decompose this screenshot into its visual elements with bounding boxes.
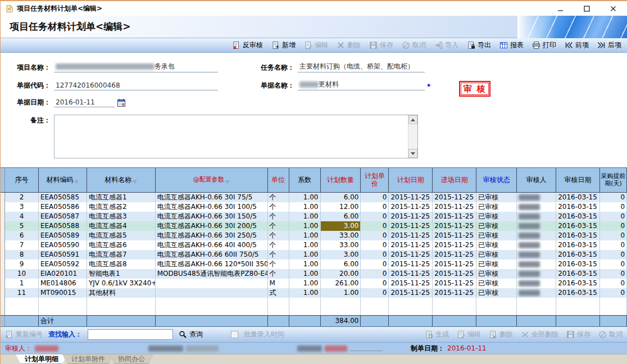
cell-audit_date[interactable]: 2016-03-15 xyxy=(556,260,600,269)
cell-seq[interactable]: 5 xyxy=(5,221,39,231)
row-indicator[interactable] xyxy=(1,316,5,326)
col-header-coef[interactable]: 系数 xyxy=(289,168,321,192)
cell-name[interactable]: 电流互感器7 xyxy=(87,250,156,260)
col-header-name[interactable]: 材料名称 xyxy=(87,168,156,192)
cell-lead[interactable]: 0 xyxy=(600,193,627,202)
table-row[interactable]: 5EEA050588电流互感器4电流互感器AKH-0.66 30I 200/5个… xyxy=(1,221,627,231)
cell-audit_date[interactable]: 2016-03-15 xyxy=(556,193,600,202)
cell-code[interactable]: EEA050586 xyxy=(39,202,87,212)
cell-price[interactable]: 0 xyxy=(361,231,389,240)
cell-seq[interactable]: 6 xyxy=(5,231,39,240)
cell-spec[interactable]: 电流互感器AKH-0.66 30I 200/5 xyxy=(156,221,268,231)
cell-qty[interactable]: 6.00 xyxy=(321,212,361,221)
cell-enter_date[interactable]: 2015-11-25 xyxy=(433,240,476,250)
cell-code[interactable]: EEA050585 xyxy=(39,193,87,202)
cell-enter_date[interactable]: 2015-11-25 xyxy=(433,202,476,212)
cell-unit[interactable]: 个 xyxy=(268,202,289,212)
project-name-field[interactable]: 务承包 xyxy=(54,62,218,72)
cell-status[interactable]: 已审核 xyxy=(476,193,517,202)
cell-name[interactable]: 电流互感器4 xyxy=(87,221,156,231)
row-indicator[interactable] xyxy=(1,250,5,260)
cell-name[interactable]: 电流互感器2 xyxy=(87,202,156,212)
cell-price[interactable]: 0 xyxy=(361,240,389,250)
cell-unit[interactable]: 个 xyxy=(268,193,289,202)
cell-seq[interactable]: 10 xyxy=(5,269,39,279)
table-row[interactable]: 10EIA020101智能电表1MODBUS485通讯智能电表PZ80-E4/C… xyxy=(1,269,627,279)
cell-lead[interactable]: 0 xyxy=(600,260,627,269)
cell-status[interactable]: 已审核 xyxy=(476,288,517,298)
cell-spec[interactable]: 电流互感器AKH-0.66 60II 750/5 xyxy=(156,250,268,260)
cell-seq[interactable]: 3 xyxy=(5,202,39,212)
col-header-unit[interactable]: 单位 xyxy=(268,168,289,192)
col-header-plan_date[interactable]: 计划日期 xyxy=(389,168,433,192)
cell-status[interactable]: 已审核 xyxy=(476,212,517,221)
row-indicator[interactable] xyxy=(1,279,5,288)
report-button[interactable]: 报表 xyxy=(499,40,524,50)
cell-coef[interactable]: 1.00 xyxy=(289,202,321,212)
cell-plan_date[interactable]: 2015-11-25 xyxy=(389,288,433,298)
cell-qty[interactable]: 12.00 xyxy=(321,202,361,212)
table-row[interactable]: 4EEA050587电流互感器3电流互感器AKH-0.66 30I 150/5个… xyxy=(1,212,627,221)
cell-spec[interactable] xyxy=(156,279,268,288)
cell-name[interactable]: 电流互感器5 xyxy=(87,231,156,240)
cell-spec[interactable] xyxy=(156,288,268,298)
cell-plan_date[interactable]: 2015-11-25 xyxy=(389,193,433,202)
cell-audit_date[interactable]: 2016-03-15 xyxy=(556,279,600,288)
cell-unit[interactable]: 个 xyxy=(268,240,289,250)
cell-lead[interactable]: 0 xyxy=(600,212,627,221)
table-row[interactable]: 2EEA050585电流互感器1电流互感器AKH-0.66 30I 75/5个1… xyxy=(1,193,627,202)
cell-qty[interactable]: 3.00 xyxy=(321,221,361,231)
task-name-field[interactable]: 主要材料订购（电缆、桥架、配电柜） xyxy=(298,62,425,72)
cell-unit[interactable]: 个 xyxy=(268,231,289,240)
cell-lead[interactable]: 0 xyxy=(600,221,627,231)
cell-code[interactable]: EEA050588 xyxy=(39,221,87,231)
cell-qty[interactable]: 1.00 xyxy=(321,288,361,298)
calendar-picker-icon[interactable] xyxy=(117,98,126,107)
query-button[interactable]: 查询 xyxy=(179,330,203,339)
cell-unit[interactable]: 个 xyxy=(268,269,289,279)
filter-icon[interactable] xyxy=(133,180,137,186)
cell-price[interactable]: 0 xyxy=(361,193,389,202)
export-button[interactable]: 导出 xyxy=(467,40,491,50)
row-indicator[interactable] xyxy=(1,269,5,279)
cell-lead[interactable]: 0 xyxy=(600,231,627,240)
col-header-qty[interactable]: 计划数量 xyxy=(321,168,361,192)
cell-spec[interactable]: 电流互感器AKH-0.66 120*50II 3500/5 xyxy=(156,260,268,269)
cell-seq[interactable]: 7 xyxy=(5,240,39,250)
cell-seq[interactable]: 11 xyxy=(5,288,39,298)
row-indicator[interactable] xyxy=(1,240,5,250)
cell-qty[interactable]: 261.00 xyxy=(321,279,361,288)
cell-name[interactable]: YJV 0.6/1kV 3X240+2X1 xyxy=(87,279,156,288)
cell-coef[interactable]: 1.00 xyxy=(289,212,321,221)
table-row[interactable]: 1ME014806YJV 0.6/1kV 3X240+2X1M1.00261.0… xyxy=(1,279,627,288)
minimize-button[interactable] xyxy=(557,5,564,12)
cell-coef[interactable]: 1.00 xyxy=(289,240,321,250)
cell-audit_date[interactable]: 2016-03-15 xyxy=(556,288,600,298)
row-indicator[interactable] xyxy=(1,202,5,212)
cell-lead[interactable]: 0 xyxy=(600,202,627,212)
cell-auditor[interactable] xyxy=(517,221,556,231)
cell-spec[interactable]: 电流互感器AKH-0.66 30I 75/5 xyxy=(156,193,268,202)
cell-auditor[interactable] xyxy=(517,202,556,212)
cell-code[interactable]: EEA050590 xyxy=(39,240,87,250)
filter-icon[interactable] xyxy=(74,180,79,186)
col-header-code[interactable]: 材料编码 xyxy=(39,168,87,192)
cell-coef[interactable]: 1.00 xyxy=(289,269,321,279)
cell-plan_date[interactable]: 2015-11-25 xyxy=(389,231,433,240)
col-header-auditor[interactable]: 审核人 xyxy=(517,168,556,192)
cell-coef[interactable]: 1.00 xyxy=(289,193,321,202)
cell-enter_date[interactable]: 2015-11-25 xyxy=(433,212,476,221)
cell-code[interactable]: EEA050589 xyxy=(39,231,87,240)
cell-status[interactable]: 已审核 xyxy=(476,260,517,269)
cell-enter_date[interactable]: 2015-11-25 xyxy=(433,250,476,260)
filter-icon[interactable] xyxy=(225,180,230,186)
cell-price[interactable]: 0 xyxy=(361,202,389,212)
doc-code-field[interactable]: 127742016000468 xyxy=(54,81,218,90)
cell-plan_date[interactable]: 2015-11-25 xyxy=(389,221,433,231)
row-indicator[interactable] xyxy=(1,193,5,202)
row-indicator[interactable] xyxy=(1,307,5,315)
cell-coef[interactable]: 1.00 xyxy=(289,260,321,269)
table-row[interactable]: 8EEA050591电流互感器7电流互感器AKH-0.66 60II 750/5… xyxy=(1,250,627,260)
tab-plan-attachment[interactable]: 计划单附件 xyxy=(62,354,114,364)
scroll-down-button[interactable] xyxy=(408,149,417,158)
